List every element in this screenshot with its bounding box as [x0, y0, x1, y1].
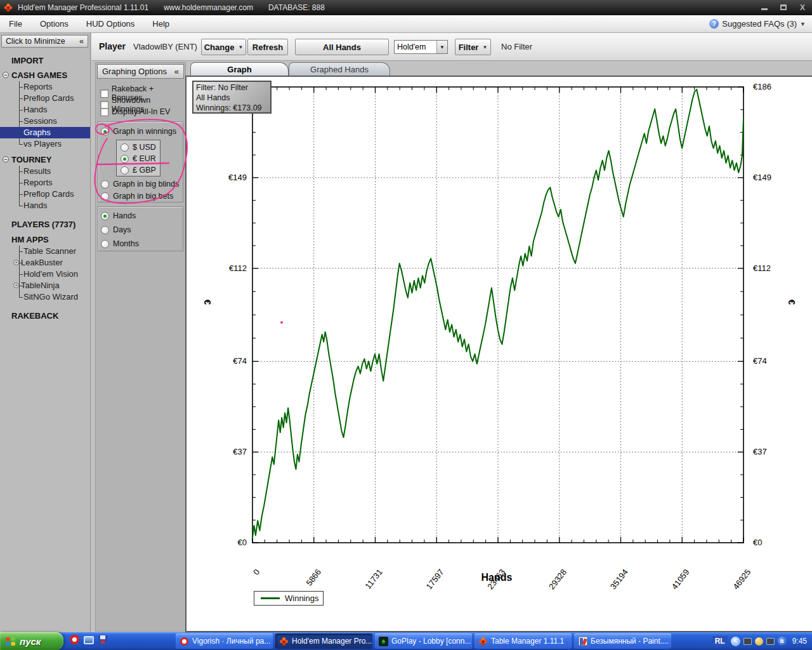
- menu-help[interactable]: Help: [143, 15, 178, 32]
- minimize-button[interactable]: [760, 3, 769, 12]
- sidebar-item-sessions[interactable]: Sessions: [0, 116, 90, 127]
- holdem-manager-icon: [4, 3, 13, 12]
- radio-icon[interactable]: [101, 180, 109, 189]
- radio-selected-icon[interactable]: [121, 155, 129, 163]
- title-bar: Hold'em Manager Professional 1.11.01 www…: [0, 0, 812, 15]
- taskbar-button-holdem-manager[interactable]: Hold'em Manager Pro...: [275, 633, 372, 649]
- radio-icon[interactable]: [121, 166, 129, 175]
- opera-icon[interactable]: [70, 635, 79, 644]
- radio-gbp[interactable]: £ GBP: [121, 166, 156, 175]
- radio-icon[interactable]: [101, 226, 109, 234]
- start-button[interactable]: пуск: [0, 632, 63, 650]
- sidebar-item-tourney-results[interactable]: Results: [0, 166, 90, 177]
- taskbar-button-paint[interactable]: Безымянный - Paint....: [574, 633, 671, 649]
- sidebar-item-preflop-cards[interactable]: Preflop Cards: [0, 93, 90, 104]
- filter-button[interactable]: Filter▼: [455, 39, 491, 55]
- radio-icon[interactable]: [101, 192, 109, 201]
- sidebar-item-tableninja[interactable]: + TableNinja: [0, 280, 90, 291]
- sidebar-section-players[interactable]: PLAYERS (7737): [0, 218, 90, 230]
- menu-hud-options[interactable]: HUD Options: [77, 15, 144, 32]
- radio-hands[interactable]: Hands: [101, 211, 136, 220]
- sidebar-item-holdem-vision[interactable]: Hold'em Vision: [0, 269, 90, 280]
- sidebar-item-tourney-reports[interactable]: Reports: [0, 177, 90, 189]
- game-type-select[interactable]: Hold'em ▼: [394, 40, 448, 54]
- y-axis-label-right: €: [783, 295, 797, 309]
- tab-graphed-hands[interactable]: Graphed Hands: [289, 62, 390, 76]
- quick-launch: [70, 635, 107, 644]
- holdem-manager-icon: [478, 637, 488, 646]
- all-hands-button[interactable]: All Hands: [295, 39, 389, 55]
- suggested-faqs[interactable]: ? Suggested FAQs (3) ▼: [709, 15, 806, 32]
- graphing-options-header[interactable]: Graphing Options«: [97, 64, 184, 79]
- chevron-down-icon[interactable]: ▼: [436, 41, 447, 53]
- sidebar-section-hm-apps[interactable]: HM APPS: [0, 234, 90, 246]
- sidebar: Click to Minimize« IMPORT − CASH GAMES R…: [0, 33, 91, 632]
- radio-graph-in-big-blinds[interactable]: Graph in big blinds: [101, 180, 179, 189]
- sidebar-item-tourney-preflop-cards[interactable]: Preflop Cards: [0, 189, 90, 200]
- radio-selected-icon[interactable]: [101, 128, 109, 136]
- expand-plus-icon[interactable]: +: [13, 282, 19, 288]
- sidebar-item-vs-players[interactable]: vs Players: [0, 138, 90, 150]
- radio-days[interactable]: Days: [101, 225, 131, 234]
- sidebar-section-import[interactable]: IMPORT: [0, 55, 90, 67]
- sidebar-item-hands[interactable]: Hands: [0, 104, 90, 116]
- filter-status: No Filter: [501, 42, 532, 51]
- collapse-minus-icon[interactable]: −: [3, 72, 9, 78]
- svg-text:€74: €74: [753, 356, 767, 366]
- sidebar-item-leakbuster[interactable]: + LeakBuster: [0, 257, 90, 269]
- sidebar-minimize-button[interactable]: Click to Minimize«: [1, 35, 88, 48]
- floppy-icon[interactable]: [98, 635, 107, 644]
- tab-graph[interactable]: Graph: [190, 62, 289, 76]
- svg-text:€186: €186: [753, 82, 771, 91]
- taskbar-button-table-manager[interactable]: Table Manager 1.11.1: [475, 633, 572, 649]
- radio-months[interactable]: Months: [101, 239, 139, 248]
- collapse-minus-icon[interactable]: −: [3, 156, 9, 162]
- sidebar-section-cash-games[interactable]: − CASH GAMES: [0, 69, 90, 81]
- expand-plus-icon[interactable]: +: [13, 260, 19, 265]
- sidebar-section-rakeback[interactable]: RAKEBACK: [0, 310, 90, 322]
- tray-app-icon[interactable]: [755, 637, 763, 646]
- sidebar-item-reports[interactable]: Reports: [0, 81, 90, 93]
- radio-graph-in-big-bets[interactable]: Graph in big bets: [101, 192, 173, 201]
- player-toolbar: Player VladowlBY (ENT) Change▼ Refresh A…: [91, 33, 812, 61]
- tray-collapse-icon[interactable]: <: [731, 637, 740, 646]
- database-label: DATABASE: 888: [268, 3, 325, 12]
- show-desktop-icon[interactable]: [84, 636, 94, 644]
- svg-text:17597: 17597: [424, 567, 446, 592]
- language-indicator[interactable]: RL: [712, 636, 728, 646]
- radio-eur[interactable]: € EUR: [121, 154, 156, 163]
- currency-groupbox: $ USD € EUR £ GBP: [116, 140, 160, 176]
- radio-selected-icon[interactable]: [101, 212, 109, 220]
- taskbar: пуск Vigorish · Личный ра... Hold'em Man…: [0, 632, 812, 650]
- tray-a-icon[interactable]: a: [778, 637, 787, 646]
- network-icon[interactable]: [743, 638, 752, 645]
- radio-icon[interactable]: [101, 240, 109, 248]
- chevron-down-icon: ▼: [482, 44, 487, 50]
- refresh-button[interactable]: Refresh: [247, 39, 288, 55]
- clock: 9:45: [792, 637, 807, 646]
- sidebar-item-graphs[interactable]: Graphs: [0, 127, 90, 138]
- checkbox-icon[interactable]: [100, 108, 108, 116]
- radio-icon[interactable]: [121, 143, 129, 152]
- app-website: www.holdemmanager.com: [164, 3, 253, 12]
- network-icon[interactable]: [766, 638, 775, 645]
- svg-text:35194: 35194: [608, 567, 630, 592]
- taskbar-button-vigorish[interactable]: Vigorish · Личный ра...: [176, 633, 273, 649]
- legend-line-swatch: [261, 597, 280, 599]
- sidebar-section-tourney[interactable]: − TOURNEY: [0, 154, 90, 166]
- sidebar-item-sitngo-wizard[interactable]: SitNGo Wizard: [0, 291, 90, 303]
- player-label: Player: [99, 41, 126, 51]
- taskbar-button-goplay[interactable]: ♠ GoPlay - Lobby [conn...: [375, 633, 472, 649]
- radio-usd[interactable]: $ USD: [121, 143, 156, 152]
- sidebar-item-table-scanner[interactable]: Table Scanner: [0, 246, 90, 257]
- collapse-icon: «: [174, 67, 179, 76]
- sidebar-item-tourney-hands[interactable]: Hands: [0, 200, 90, 211]
- player-name: VladowlBY (ENT): [133, 42, 197, 51]
- close-button[interactable]: X: [798, 3, 807, 12]
- radio-graph-in-winnings[interactable]: Graph in winnings: [101, 127, 176, 136]
- menu-file[interactable]: File: [0, 15, 31, 32]
- menu-options[interactable]: Options: [31, 15, 77, 32]
- change-player-button[interactable]: Change▼: [201, 39, 246, 55]
- checkbox-display-allin-ev[interactable]: Display All-In EV: [100, 107, 170, 116]
- restore-button[interactable]: [779, 3, 788, 12]
